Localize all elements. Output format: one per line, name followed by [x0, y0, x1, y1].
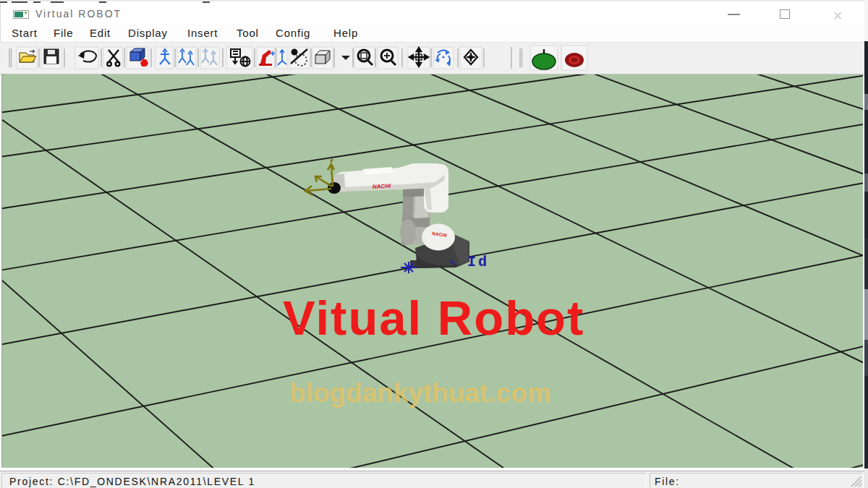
svg-text:Id: Id [467, 254, 489, 270]
svg-text:NACHI: NACHI [373, 183, 392, 190]
